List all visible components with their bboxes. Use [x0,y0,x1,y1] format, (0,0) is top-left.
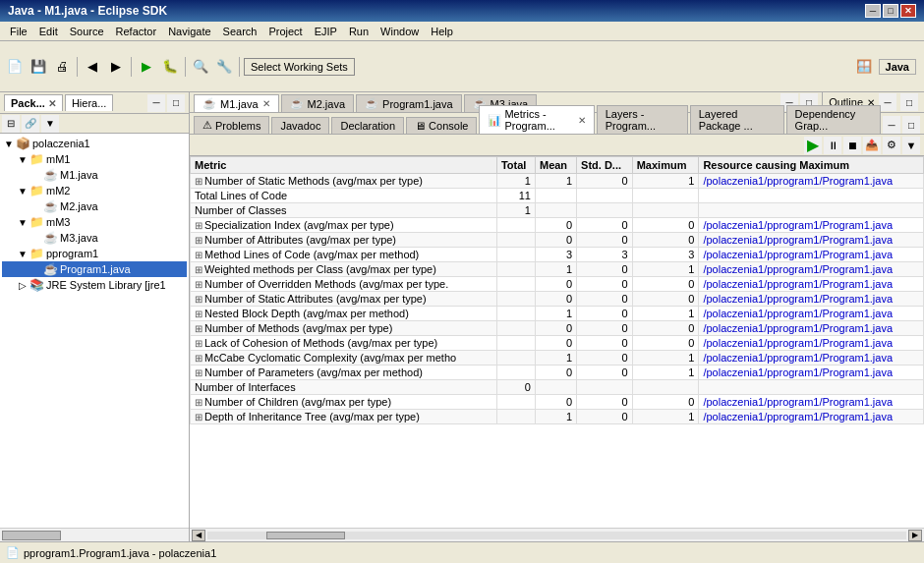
working-sets-button[interactable]: Select Working Sets [244,58,355,76]
collapse-all-button[interactable]: ⊟ [2,115,20,133]
resource-link[interactable]: /polaczenia1/pprogram1/Program1.java [703,337,893,349]
config-metrics-button[interactable]: ⚙ [883,137,900,154]
metrics-hscroll[interactable]: ◀ ▶ [190,528,924,541]
expand-icon[interactable]: ⊞ [195,309,202,319]
tab-package-explorer[interactable]: Pack... ✕ [4,94,63,111]
scroll-right-button[interactable]: ▶ [908,530,922,541]
inner-tab-declaration[interactable]: Declaration [331,117,404,134]
view-menu-button[interactable]: ▼ [41,115,59,133]
resource-link[interactable]: /polaczenia1/pprogram1/Program1.java [703,366,893,378]
expand-icon[interactable]: ⊞ [195,235,202,246]
tree-item-mM2[interactable]: ▼ 📁 mM2 [2,183,187,198]
resource-link[interactable]: /polaczenia1/pprogram1/Program1.java [703,396,893,408]
toggle-mM2[interactable]: ▼ [16,186,29,197]
expand-icon[interactable]: ⊞ [195,250,202,260]
tree-item-mM1[interactable]: ▼ 📁 mM1 [2,151,187,167]
tree-item-M1java[interactable]: ☕ M1.java [2,167,187,183]
expand-icon[interactable]: ⊞ [195,412,202,422]
tab-hierarchy[interactable]: Hiera... [65,94,113,111]
stop-metrics-button[interactable]: ⏹ [843,137,861,154]
pause-metrics-button[interactable]: ⏸ [824,137,841,154]
resource-link[interactable]: /polaczenia1/pprogram1/Program1.java [703,308,893,319]
menu-file[interactable]: File [4,24,33,39]
menu-ejip[interactable]: EJIP [309,24,343,39]
menu-search[interactable]: Search [217,24,263,39]
resource-link[interactable]: /polaczenia1/pprogram1/Program1.java [703,278,893,290]
metrics-tab-close-icon[interactable]: ✕ [578,115,586,126]
outline-maximize-button[interactable]: □ [900,93,918,111]
tools-button[interactable]: 🔧 [213,56,235,78]
search-button[interactable]: 🔍 [190,56,211,78]
toggle-mM3[interactable]: ▼ [16,217,29,228]
tree-item-pprogram1[interactable]: ▼ 📁 pprogram1 [2,246,187,261]
maximize-panel-button[interactable]: □ [167,94,185,112]
toggle-JRE[interactable]: ▷ [16,280,29,291]
expand-icon[interactable]: ⊞ [195,323,202,334]
run-button[interactable]: ▶ [136,56,157,78]
toggle-pprogram1[interactable]: ▼ [16,249,29,259]
resource-link[interactable]: /polaczenia1/pprogram1/Program1.java [703,263,893,275]
toggle-polaczenia1[interactable]: ▼ [2,139,16,149]
expand-icon[interactable]: ⊞ [195,397,202,408]
run-metrics-button[interactable]: ▶ [804,137,822,154]
expand-icon[interactable]: ⊞ [195,220,202,231]
editor-tab-Program1java[interactable]: ☕ Program1.java [356,94,462,112]
inner-tab-dependency[interactable]: Dependency Grap... [786,105,881,134]
resource-link[interactable]: /polaczenia1/pprogram1/Program1.java [703,293,893,305]
package-explorer-close-icon[interactable]: ✕ [48,98,56,109]
next-button[interactable]: ▶ [105,56,127,78]
resource-link[interactable]: /polaczenia1/pprogram1/Program1.java [703,175,893,187]
editor-tab-close-M1java[interactable]: ✕ [262,98,270,109]
inner-tab-javadoc[interactable]: Javadoc [271,117,329,134]
resource-link[interactable]: /polaczenia1/pprogram1/Program1.java [703,352,893,364]
toggle-mM1[interactable]: ▼ [16,154,29,165]
inner-tab-console[interactable]: 🖥 Console [406,117,477,134]
menu-source[interactable]: Source [64,24,110,39]
editor-tab-M1java[interactable]: ☕ M1.java ✕ [194,94,279,112]
menu-navigate[interactable]: Navigate [162,24,216,39]
link-editor-button[interactable]: 🔗 [22,115,39,133]
toggle-M2java[interactable] [29,201,43,212]
resource-link[interactable]: /polaczenia1/pprogram1/Program1.java [703,322,893,334]
java-perspective-badge[interactable]: Java [879,59,916,75]
toggle-M3java[interactable] [29,233,43,244]
outline-minimize-button[interactable]: ─ [879,93,896,111]
metrics-table-wrap[interactable]: Metric Total Mean Std. D... Maximum Reso… [190,156,924,528]
menu-project[interactable]: Project [262,24,308,39]
inner-tab-metrics[interactable]: 📊 Metrics - Program... ✕ [479,105,594,134]
menu-run[interactable]: Run [343,24,375,39]
perspective-button[interactable]: 🪟 [853,56,875,78]
inner-minimize-button[interactable]: ─ [883,116,900,134]
tree-item-M2java[interactable]: ☕ M2.java [2,198,187,214]
left-panel-hscroll[interactable] [0,528,189,541]
new-button[interactable]: 📄 [4,56,26,78]
menu-window[interactable]: Window [375,24,425,39]
expand-icon[interactable]: ⊞ [195,353,202,364]
minimize-button[interactable]: ─ [865,4,881,18]
menu-help[interactable]: Help [425,24,459,39]
expand-icon[interactable]: ⊞ [195,338,202,349]
print-button[interactable]: 🖨 [51,56,73,78]
inner-tab-problems[interactable]: ⚠ Problems [194,116,269,134]
back-button[interactable]: ◀ [82,56,103,78]
scrollbar-thumb[interactable] [266,532,345,539]
scroll-left-button[interactable]: ◀ [192,530,205,541]
menu-edit[interactable]: Edit [33,24,64,39]
resource-link[interactable]: /polaczenia1/pprogram1/Program1.java [703,219,893,231]
expand-icon[interactable]: ⊞ [195,294,202,305]
tree-item-mM3[interactable]: ▼ 📁 mM3 [2,214,187,230]
resource-link[interactable]: /polaczenia1/pprogram1/Program1.java [703,411,893,422]
inner-maximize-button[interactable]: □ [902,116,920,134]
expand-icon[interactable]: ⊞ [195,264,202,275]
hscroll-thumb[interactable] [2,531,61,540]
tree-item-M3java[interactable]: ☕ M3.java [2,230,187,246]
editor-tab-M2java[interactable]: ☕ M2.java [281,94,355,112]
save-button[interactable]: 💾 [28,56,49,78]
close-button[interactable]: ✕ [900,4,916,18]
export-metrics-button[interactable]: 📤 [863,137,881,154]
toggle-M1java[interactable] [29,170,43,181]
tree-item-Program1java[interactable]: ☕ Program1.java [2,261,187,277]
expand-icon[interactable]: ⊞ [195,176,202,187]
inner-tab-layers[interactable]: Layers - Program... [597,105,688,134]
debug-button[interactable]: 🐛 [159,56,181,78]
